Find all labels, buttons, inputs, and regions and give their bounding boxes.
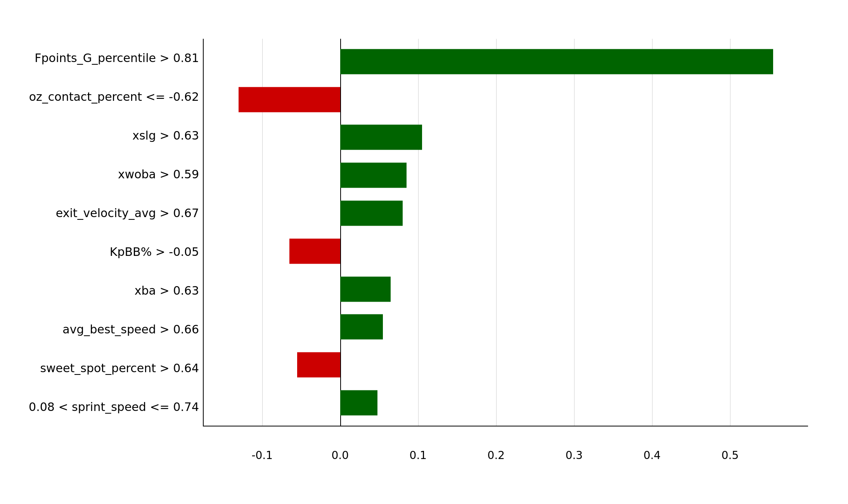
y-label: exit_velocity_avg > 0.67 — [24, 206, 199, 220]
y-label: oz_contact_percent <= -0.62 — [24, 90, 199, 104]
positive-bar — [340, 276, 391, 302]
negative-bar — [297, 352, 340, 378]
positive-bar — [340, 314, 383, 340]
positive-bar — [340, 163, 407, 188]
chart-container: Fpoints_G_percentile > 0.81oz_contact_pe… — [17, 12, 831, 492]
y-label: xba > 0.63 — [24, 284, 199, 298]
x-axis-label: 0.0 — [332, 449, 349, 462]
x-axis-label: 0.5 — [722, 449, 739, 462]
y-label: xslg > 0.63 — [24, 129, 199, 143]
negative-bar — [289, 238, 340, 264]
x-axis-label: 0.3 — [566, 449, 583, 462]
x-axis-label: 0.1 — [410, 449, 427, 462]
bar-row — [204, 198, 808, 229]
bar-row — [204, 349, 808, 380]
x-axis-label: 0.2 — [488, 449, 505, 462]
positive-bar — [340, 201, 403, 226]
y-label: Fpoints_G_percentile > 0.81 — [24, 51, 199, 65]
bar-row — [204, 236, 808, 267]
y-label: 0.08 < sprint_speed <= 0.74 — [24, 400, 199, 414]
positive-bar — [340, 49, 773, 74]
bar-row — [204, 84, 808, 115]
y-label: sweet_spot_percent > 0.64 — [24, 361, 199, 375]
bar-row — [204, 311, 808, 342]
y-labels: Fpoints_G_percentile > 0.81oz_contact_pe… — [24, 39, 203, 426]
y-label: avg_best_speed > 0.66 — [24, 323, 199, 337]
bar-row — [204, 387, 808, 418]
bar-row — [204, 160, 808, 191]
x-axis-label: -0.1 — [251, 449, 273, 462]
y-label: xwoba > 0.59 — [24, 167, 199, 181]
y-label: KpBB% > -0.05 — [24, 245, 199, 259]
positive-bar — [340, 390, 377, 416]
chart-area: Fpoints_G_percentile > 0.81oz_contact_pe… — [24, 39, 808, 426]
x-axis-label: 0.4 — [644, 449, 661, 462]
bar-row — [204, 122, 808, 153]
bar-row — [204, 46, 808, 77]
bar-row — [204, 274, 808, 305]
positive-bar — [340, 125, 422, 150]
negative-bar — [239, 87, 340, 112]
plot-area: -0.10.00.10.20.30.40.5 — [203, 39, 808, 426]
